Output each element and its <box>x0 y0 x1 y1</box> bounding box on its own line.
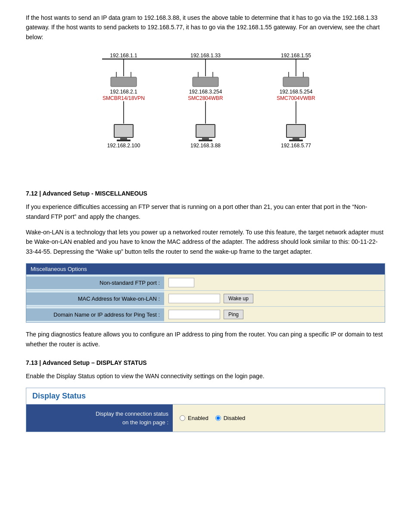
svg-text:SMC2804WBR: SMC2804WBR <box>188 95 223 101</box>
svg-rect-22 <box>202 137 209 140</box>
ping-description: The ping diagnostics feature allows you … <box>26 330 385 349</box>
svg-rect-9 <box>114 124 133 137</box>
svg-text:SMCBR14/18VPN: SMCBR14/18VPN <box>103 95 145 101</box>
network-diagram: 192.168.1.1 192.168.2.1 SMCBR14/18VPN 19… <box>26 50 385 180</box>
enabled-label: Enabled <box>188 415 209 421</box>
svg-text:192.168.1.1: 192.168.1.1 <box>110 53 137 59</box>
ftp-port-value <box>164 275 385 290</box>
display-status-label: Display the connection status on the log… <box>26 404 173 432</box>
wake-up-button[interactable]: Wake up <box>224 294 253 303</box>
svg-rect-35 <box>289 140 303 141</box>
svg-rect-15 <box>193 77 218 87</box>
ftp-port-input[interactable] <box>168 278 194 287</box>
display-status-table: Display Status Display the connection st… <box>26 388 385 432</box>
svg-text:192.168.1.55: 192.168.1.55 <box>281 53 311 59</box>
svg-text:SMC7004VWBR: SMC7004VWBR <box>277 95 315 101</box>
ping-value: Ping <box>164 307 385 322</box>
display-status-row: Display the connection status on the log… <box>26 404 385 432</box>
enabled-radio-group[interactable]: Enabled <box>180 415 209 421</box>
svg-text:192.168.3.254: 192.168.3.254 <box>189 89 222 95</box>
misc-options-table: Miscellaneous Options Non-standard FTP p… <box>26 263 385 323</box>
ping-row: Domain Name or IP address for Ping Test … <box>26 306 385 322</box>
svg-text:192.168.5.77: 192.168.5.77 <box>281 143 311 149</box>
ftp-port-row: Non-standard FTP port : <box>26 274 385 290</box>
section-713-text1: Enable the Display Status option to view… <box>26 371 385 381</box>
display-status-title: Display Status <box>26 388 385 404</box>
wake-on-lan-label: MAC Address for Wake-on-LAN : <box>26 292 164 305</box>
section-713-heading: 7.13 | Advanced Setup – DISPLAY STATUS <box>26 359 385 366</box>
intro-paragraph: If the host wants to send an IP data gra… <box>26 13 385 42</box>
enabled-radio[interactable] <box>180 415 185 421</box>
svg-rect-33 <box>286 124 305 137</box>
ftp-port-label: Non-standard FTP port : <box>26 277 164 289</box>
svg-rect-34 <box>293 137 299 140</box>
disabled-radio[interactable] <box>215 415 221 421</box>
svg-rect-10 <box>120 137 127 140</box>
section-712-text2: Wake-on-LAN is a technology that lets yo… <box>26 227 385 256</box>
section-712-text1: If you experience difficulties accessing… <box>26 202 385 221</box>
svg-text:192.168.2.1: 192.168.2.1 <box>110 89 137 95</box>
misc-options-title: Miscellaneous Options <box>26 264 385 274</box>
ping-button[interactable]: Ping <box>224 310 243 319</box>
display-status-options: Enabled Disabled <box>173 410 385 426</box>
wake-on-lan-row: MAC Address for Wake-on-LAN : Wake up <box>26 290 385 306</box>
svg-text:192.168.5.254: 192.168.5.254 <box>280 89 313 95</box>
svg-rect-23 <box>199 140 212 141</box>
svg-text:192.168.3.88: 192.168.3.88 <box>190 143 221 149</box>
ping-label: Domain Name or IP address for Ping Test … <box>26 308 164 321</box>
svg-rect-11 <box>117 140 131 141</box>
disabled-radio-group[interactable]: Disabled <box>215 415 246 421</box>
svg-text:192.168.1.33: 192.168.1.33 <box>190 53 221 59</box>
svg-rect-27 <box>283 77 309 87</box>
svg-rect-3 <box>111 77 137 87</box>
disabled-label: Disabled <box>224 415 246 421</box>
svg-rect-21 <box>196 124 215 137</box>
wake-on-lan-input[interactable] <box>168 294 220 303</box>
section-712-heading: 7.12 | Advanced Setup - MISCELLANEOUS <box>26 190 385 197</box>
ping-input[interactable] <box>168 310 220 319</box>
svg-text:192.168.2.100: 192.168.2.100 <box>107 143 140 149</box>
wake-on-lan-value: Wake up <box>164 291 385 306</box>
